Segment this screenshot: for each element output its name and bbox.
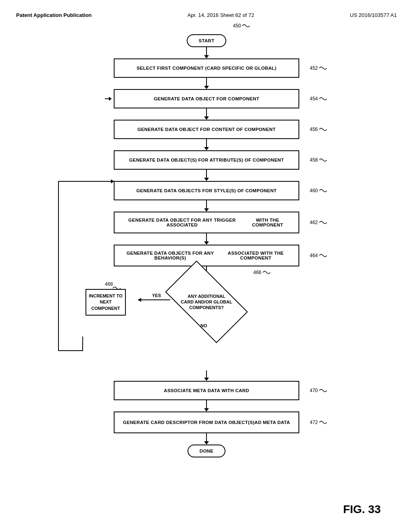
arrow-470-to-472 xyxy=(204,400,209,411)
ref-464: 464 xyxy=(310,253,327,258)
done-node: DONE xyxy=(188,445,225,457)
diamond-section: ANY ADDITIONAL CARD AND/OR GLOBAL COMPON… xyxy=(86,278,327,457)
node-464: GENERATE DATA OBJECTS FOR ANY BEHAVIOR(S… xyxy=(114,245,299,266)
header-left: Patent Application Publication xyxy=(16,12,92,18)
page-header: Patent Application Publication Apr. 14, … xyxy=(16,12,397,18)
node-462-container: GENERATE DATA OBJECT FOR ANY TRIGGER ASS… xyxy=(114,212,299,233)
node-470-container: ASSOCIATE META DATA WITH CARD 470 xyxy=(114,381,299,400)
arrow-466-to-470 xyxy=(204,370,209,381)
arrow-460-to-462 xyxy=(204,200,209,212)
ref-454: 454 xyxy=(310,96,327,102)
node-460-container: GENERATE DATA OBJECTS FOR STYLE(S) OF CO… xyxy=(114,181,299,200)
node-454: GENERATE DATA OBJECT FOR COMPONENT xyxy=(114,89,299,108)
arrow-456-to-458 xyxy=(204,139,209,150)
svg-marker-1 xyxy=(138,298,141,302)
fig-label: FIG. 33 xyxy=(343,503,381,516)
svg-text:468: 468 xyxy=(105,281,113,287)
node-452-container: SELECT FIRST COMPONENT (CARD SPECIFIC OR… xyxy=(114,58,299,78)
node-452: SELECT FIRST COMPONENT (CARD SPECIFIC OR… xyxy=(114,58,299,78)
ref-460: 460 xyxy=(310,188,327,193)
node-464-container: GENERATE DATA OBJECTS FOR ANY BEHAVIOR(S… xyxy=(114,245,299,266)
node-466-diamond: ANY ADDITIONAL CARD AND/OR GLOBAL COMPON… xyxy=(166,278,247,326)
arrow-454-to-456 xyxy=(204,108,209,120)
ref-472: 472 xyxy=(310,420,327,425)
ref-456: 456 xyxy=(310,127,327,132)
arrow-462-to-464 xyxy=(204,233,209,245)
ref-458: 458 xyxy=(310,157,327,163)
node-470: ASSOCIATE META DATA WITH CARD xyxy=(114,381,299,400)
header-center: Apr. 14, 2016 Sheet 62 of 72 xyxy=(188,12,254,18)
node-466-container: ANY ADDITIONAL CARD AND/OR GLOBAL COMPON… xyxy=(166,278,247,326)
ref-470: 470 xyxy=(310,388,327,393)
node-460: GENERATE DATA OBJECTS FOR STYLE(S) OF CO… xyxy=(114,181,299,200)
node-454-container: GENERATE DATA OBJECT FOR COMPONENT 454 xyxy=(114,89,299,108)
svg-text:YES: YES xyxy=(152,293,161,298)
start-node: START xyxy=(187,34,227,47)
header-right: US 2016/103577 A1 xyxy=(350,12,397,18)
node-456: GENERATE DATA OBJECT FOR CONTENT OF COMP… xyxy=(114,120,299,139)
ref-466: 466 xyxy=(253,270,271,275)
loop-arrow-indicator xyxy=(105,97,112,101)
arrow-452-to-454 xyxy=(204,78,209,89)
node-456-container: GENERATE DATA OBJECT FOR CONTENT OF COMP… xyxy=(114,120,299,139)
flowchart-diagram: START 450 SELECT FIRST COMPONENT (CARD S… xyxy=(16,30,397,457)
arrow-458-to-460 xyxy=(204,170,209,181)
ref-462: 462 xyxy=(310,220,327,225)
ref-450: 450 xyxy=(233,23,250,29)
ref-452: 452 xyxy=(310,65,327,71)
node-468-container: INCREMENT TO NEXT COMPONENT xyxy=(86,289,126,316)
arrow-472-to-done xyxy=(204,433,209,445)
arrow-start-to-452 xyxy=(204,47,209,58)
node-458-container: GENERATE DATA OBJECT(S) FOR ATTRIBUTE(S)… xyxy=(114,150,299,170)
node-466-text: ANY ADDITIONAL CARD AND/OR GLOBAL COMPON… xyxy=(180,293,233,311)
no-label: NO xyxy=(200,323,207,328)
node-472: GENERATE CARD DESCRIPTOR FROM DATA OBJEC… xyxy=(114,411,299,433)
page: Patent Application Publication Apr. 14, … xyxy=(0,0,413,532)
node-468: INCREMENT TO NEXT COMPONENT xyxy=(86,289,126,316)
node-472-container: GENERATE CARD DESCRIPTOR FROM DATA OBJEC… xyxy=(114,411,299,433)
node-458: GENERATE DATA OBJECT(S) FOR ATTRIBUTE(S)… xyxy=(114,150,299,170)
node-462: GENERATE DATA OBJECT FOR ANY TRIGGER ASS… xyxy=(114,212,299,233)
